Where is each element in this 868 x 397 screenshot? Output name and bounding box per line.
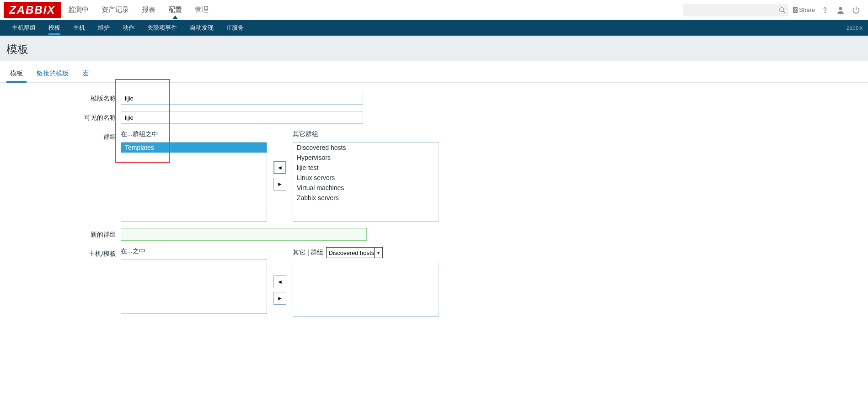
label-hosts: 主机/模板 [6, 247, 121, 258]
hosts-move-right-button[interactable]: ► [273, 292, 286, 305]
share-z-icon: Z [793, 7, 798, 13]
svg-point-2 [825, 12, 825, 12]
row-template-name: 模版名称 [6, 92, 862, 105]
svg-point-0 [780, 7, 784, 11]
subnav-templates[interactable]: 模板 [42, 20, 67, 36]
hosts-other-listbox[interactable] [293, 262, 439, 317]
label-groups: 群组 [6, 130, 121, 141]
row-groups: 群组 在...群组之中 Templates ◄ ► 其它群组 [6, 130, 862, 222]
tab-linked-templates[interactable]: 链接的模板 [33, 67, 72, 82]
topbar-right: Z Share [683, 4, 868, 16]
hosts-move-left-button[interactable]: ◄ [273, 275, 286, 288]
hosts-group-select[interactable]: Discovered hosts [326, 247, 383, 258]
help-icon[interactable] [820, 5, 830, 15]
subnav-hosts[interactable]: 主机 [67, 20, 91, 36]
list-item[interactable]: Virtual machines [293, 183, 439, 193]
move-left-button[interactable]: ◄ [273, 161, 286, 174]
input-visible-name[interactable] [121, 111, 363, 124]
list-item[interactable]: Linux servers [293, 173, 439, 183]
nav-administration[interactable]: 管理 [194, 1, 209, 19]
svg-point-3 [839, 7, 842, 10]
tab-template[interactable]: 模板 [6, 67, 27, 82]
page-header: 模板 [0, 36, 868, 61]
nav-configuration[interactable]: 配置 [167, 1, 183, 19]
form-body: 模版名称 可见的名称 群组 在...群组之中 Templates [0, 83, 868, 337]
hosts-other-prefix: 其它 | 群组 [293, 249, 323, 257]
groups-other-label: 其它群组 [293, 130, 439, 138]
row-hosts: 主机/模板 在...之中 ◄ ► 其它 | 群组 [6, 247, 862, 317]
input-template-name[interactable] [121, 92, 363, 105]
label-visible-name: 可见的名称 [6, 111, 121, 122]
nav-reports[interactable]: 报表 [141, 1, 156, 19]
subnav-maintenance[interactable]: 维护 [91, 20, 116, 36]
subnav-hostgroups[interactable]: 主机群组 [5, 20, 42, 36]
subnav-actions[interactable]: 动作 [116, 20, 141, 36]
tab-macros[interactable]: 宏 [79, 67, 92, 82]
nav-inventory[interactable]: 资产记录 [101, 1, 130, 19]
input-new-group[interactable] [121, 228, 367, 241]
share-button[interactable]: Z Share [793, 6, 815, 13]
search-wrap [683, 4, 788, 16]
list-item[interactable]: Templates [121, 143, 267, 153]
groups-in-listbox[interactable]: Templates [121, 142, 267, 222]
page-title: 模板 [6, 42, 862, 57]
subnav-right-text: zabbix [847, 25, 863, 31]
label-new-group: 新的群组 [6, 228, 121, 239]
label-template-name: 模版名称 [6, 92, 121, 103]
content: 模板 链接的模板 宏 模版名称 可见的名称 群组 在...群组之中 [0, 61, 868, 337]
share-label: Share [799, 6, 815, 13]
subnav-discovery[interactable]: 自动发现 [183, 20, 220, 36]
topbar: ZABBIX 监测中 资产记录 报表 配置 管理 Z Share [0, 0, 868, 20]
main-nav: 监测中 资产记录 报表 配置 管理 [67, 1, 683, 19]
zabbix-logo: ZABBIX [4, 2, 61, 18]
svg-line-1 [783, 11, 785, 13]
nav-monitoring[interactable]: 监测中 [67, 1, 90, 19]
row-new-group: 新的群组 [6, 228, 862, 241]
move-right-button[interactable]: ► [273, 178, 286, 191]
power-icon[interactable] [851, 5, 862, 15]
row-visible-name: 可见的名称 [6, 111, 862, 124]
list-item[interactable]: Zabbix servers [293, 193, 439, 203]
list-item[interactable]: Hypervisors [293, 153, 439, 163]
groups-other-listbox[interactable]: Discovered hosts Hypervisors lijie-test … [293, 142, 439, 222]
search-icon[interactable] [778, 6, 786, 14]
hosts-in-listbox[interactable] [121, 259, 267, 314]
list-item[interactable]: lijie-test [293, 163, 439, 173]
hosts-in-label: 在...之中 [121, 247, 267, 255]
subnav-itservices[interactable]: IT服务 [220, 20, 250, 36]
groups-in-label: 在...群组之中 [121, 130, 267, 138]
subnav-correlation[interactable]: 关联项事件 [141, 20, 183, 36]
tabs-bar: 模板 链接的模板 宏 [0, 61, 868, 83]
user-icon[interactable] [835, 5, 846, 15]
search-input[interactable] [683, 4, 788, 16]
sub-nav: 主机群组 模板 主机 维护 动作 关联项事件 自动发现 IT服务 zabbix [0, 20, 868, 36]
list-item[interactable]: Discovered hosts [293, 143, 439, 153]
